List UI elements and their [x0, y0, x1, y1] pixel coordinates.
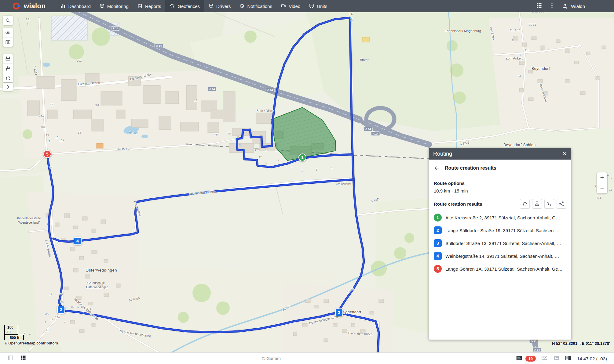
zoom-out-button[interactable]: − [597, 183, 607, 193]
panel-subtitle: Route creation results [445, 165, 496, 171]
statusbar-right: 19 14:47:02 (+03) [516, 355, 607, 362]
layout-columns-icon[interactable] [565, 355, 572, 362]
stop-row-4[interactable]: 4Weinbergstraße 14, 39171 Sülzetal, Sach… [434, 250, 566, 262]
gurtam-copyright: © Gurtam [262, 356, 281, 361]
stop-address: Weinbergstraße 14, 39171 Sülzetal, Sachs… [445, 254, 559, 259]
scale-metric: 100 m [7, 325, 13, 334]
panel-body: Route options 10.9 km - 15 min Route cre… [429, 176, 571, 279]
wialon-logo-icon [12, 2, 20, 10]
scale-imperial: 500 ft [10, 336, 19, 340]
clock-text: 14:47:02 (+03) [577, 356, 607, 361]
route-marker-5[interactable]: 5 [43, 150, 51, 158]
stop-address: Lange Göhren 1A, 39171 Sülzetal, Sachsen… [445, 266, 563, 272]
stop-address: Lange Sülldorfer Straße 19, 39171 Sülzet… [445, 228, 560, 233]
tool-group [3, 54, 13, 82]
nav-item-label: Dashboard [68, 4, 90, 9]
logo-wordmark: wialon [24, 2, 46, 10]
ruler-icon[interactable] [3, 54, 13, 63]
back-arrow-icon[interactable] [434, 165, 440, 171]
results-row: Route creation results [434, 199, 566, 209]
app-window: A 14A 14A 14A 14A 14A 14A 14A 14Erlebnis… [0, 0, 614, 364]
nav-item-label: Reports [145, 4, 161, 9]
nav-item-label: Geofences [177, 4, 200, 9]
stop-address: Sülldorfer Straße 13, 39171 Sülzetal, Sa… [445, 241, 561, 246]
route-marker-1[interactable]: 1 [298, 153, 306, 161]
zoom-in-button[interactable]: + [597, 172, 607, 183]
units-icon [309, 3, 314, 9]
stop-badge-1: 1 [434, 214, 442, 222]
nav-item-monitoring[interactable]: Monitoring [95, 0, 133, 12]
media-icon[interactable] [553, 355, 560, 362]
stop-badge-4: 4 [434, 252, 442, 260]
routing-panel: Routing ✕ Route creation results Route o… [429, 148, 571, 340]
map-icon[interactable] [3, 37, 13, 47]
drivers-icon [208, 3, 214, 9]
nav-item-geofences[interactable]: Geofences [165, 0, 204, 12]
nav-item-drivers[interactable]: Drivers [204, 0, 235, 12]
dashboard-icon [60, 3, 66, 9]
top-navbar: wialon DashboardMonitoringReportsGeofenc… [0, 0, 614, 12]
results-actions [520, 199, 566, 209]
route-s-icon[interactable] [3, 63, 13, 73]
route-marker-3[interactable]: 3 [57, 306, 65, 314]
pin-action-icon[interactable] [532, 199, 542, 209]
user-icon [562, 3, 568, 9]
status-bar: © Gurtam 19 14:47:02 (+03) [0, 352, 614, 364]
stop-badge-3: 3 [434, 239, 442, 247]
notifications-icon [239, 3, 245, 9]
stop-row-3[interactable]: 3Sülldorfer Straße 13, 39171 Sülzetal, S… [434, 237, 566, 250]
nav-item-units[interactable]: Units [305, 0, 331, 12]
tool-group [3, 28, 13, 47]
map-scale: 100 m 500 ft [4, 325, 24, 340]
bottom-apps-grid-icon[interactable] [20, 355, 26, 362]
panel-toggle-icon[interactable] [7, 355, 13, 362]
panel-subheader: Route creation results [429, 160, 571, 176]
nav-item-label: Units [317, 4, 327, 9]
geofences-icon [170, 3, 175, 9]
stop-row-5[interactable]: 5Lange Göhren 1A, 39171 Sülzetal, Sachse… [434, 262, 566, 275]
notification-count-badge[interactable]: 19 [525, 356, 536, 362]
user-name: Wialon [571, 4, 585, 9]
results-label: Route creation results [434, 201, 482, 207]
chevron-icon[interactable] [3, 83, 13, 91]
apps-grid-icon[interactable] [536, 2, 542, 10]
stops-list: 1Alte Kreisstraße 2, 39171 Sülzetal, Sac… [434, 211, 566, 275]
eye-icon[interactable] [3, 28, 13, 37]
messages-icon[interactable] [516, 355, 522, 362]
route-marker-4[interactable]: 4 [74, 237, 82, 245]
wialon-logo[interactable]: wialon [12, 2, 46, 10]
user-menu[interactable]: Wialon [562, 3, 585, 9]
navbar-right: Wialon [536, 0, 585, 12]
cursor-coordinates: N 52° 02.8391' : E 011° 38.1878' [552, 341, 610, 346]
reports-icon [137, 3, 143, 9]
statusbar-left [7, 355, 26, 362]
close-icon[interactable]: ✕ [562, 151, 567, 157]
video-icon [281, 3, 286, 9]
geofence-action-icon[interactable] [520, 199, 530, 209]
nav-item-reports[interactable]: Reports [133, 0, 166, 12]
mail-icon[interactable] [541, 355, 548, 362]
stop-row-1[interactable]: 1Alte Kreisstraße 2, 39171 Sülzetal, Sac… [434, 211, 566, 224]
nav-item-label: Notifications [247, 4, 272, 9]
panel-title: Routing [433, 151, 452, 157]
kebab-menu-icon[interactable] [549, 2, 555, 10]
nav-item-notifications[interactable]: Notifications [235, 0, 276, 12]
monitoring-icon [99, 3, 105, 9]
nav-item-dashboard[interactable]: Dashboard [56, 0, 95, 12]
stop-badge-5: 5 [434, 265, 442, 273]
route-options-value: 10.9 km - 15 min [434, 188, 566, 193]
nav-item-video[interactable]: Video [276, 0, 305, 12]
stop-row-2[interactable]: 2Lange Sülldorfer Straße 19, 39171 Sülze… [434, 224, 566, 237]
stop-address: Alte Kreisstraße 2, 39171 Sülzetal, Sach… [445, 215, 560, 220]
zoom-control: + − [597, 172, 607, 193]
share-action-icon[interactable] [557, 199, 566, 209]
nav-item-label: Drivers [216, 4, 231, 9]
nav-item-label: Monitoring [107, 4, 129, 9]
route-marker-2[interactable]: 2 [335, 308, 343, 316]
nav-item-label: Video [289, 4, 300, 9]
routing-panel-header: Routing ✕ [429, 148, 571, 160]
route-options-label: Route options [434, 181, 566, 186]
pins-icon[interactable] [3, 73, 13, 82]
route-down-action-icon[interactable] [544, 199, 554, 209]
search-icon[interactable] [3, 16, 13, 25]
